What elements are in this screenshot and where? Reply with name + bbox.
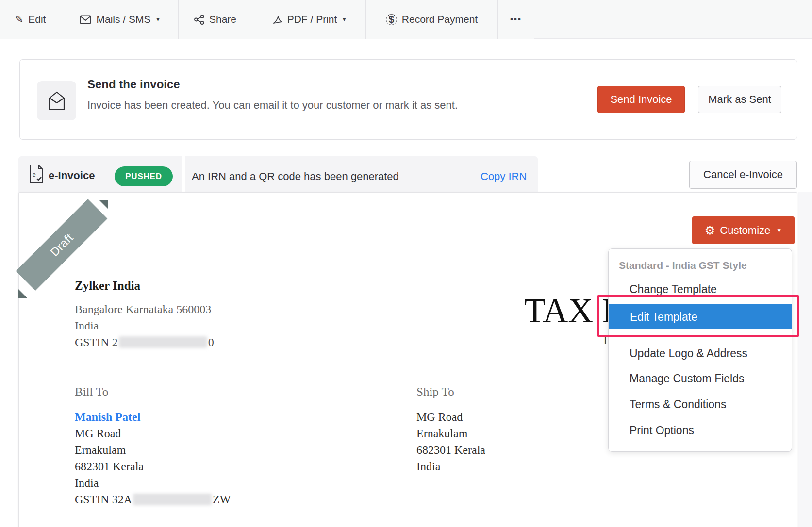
menu-item-update-logo-address[interactable]: Update Logo & Address — [630, 347, 747, 360]
banner-title: Send the invoice — [87, 78, 180, 91]
company-gstin: GSTIN 20 — [75, 334, 214, 350]
template-style-header: Standard - India GST Style — [619, 259, 747, 272]
share-icon — [194, 15, 204, 25]
ship-to-line: MG Road — [416, 409, 485, 425]
bill-to-line: India — [75, 475, 231, 491]
ship-to-address: MG Road Ernakulam 682301 Kerala India — [416, 409, 485, 475]
more-actions-button[interactable]: ••• — [498, 0, 534, 39]
mails-sms-button[interactable]: Mails / SMS ▾ — [61, 0, 179, 39]
menu-item-edit-template[interactable]: Edit Template — [609, 304, 792, 329]
share-button[interactable]: Share — [179, 0, 252, 39]
menu-item-print-options[interactable]: Print Options — [630, 424, 694, 437]
caret-down-icon: ▾ — [343, 16, 346, 23]
pdf-icon — [272, 15, 282, 25]
copy-irn-link[interactable]: Copy IRN — [481, 170, 527, 183]
bill-to-address: MG Road Ernakulam 682301 Kerala India GS… — [75, 425, 231, 508]
invoice-detail-page: ✎ Edit Mails / SMS ▾ Share PDF / Print ▾… — [0, 0, 812, 527]
customize-button-label: Customize — [720, 224, 770, 237]
dollar-circle-icon: $ — [386, 14, 397, 25]
customize-button[interactable]: ⚙ Customize ▼ — [692, 216, 795, 244]
company-address-line: Bangalore Karnataka 560003 — [75, 301, 214, 317]
bill-to-line: Ernakulam — [75, 442, 231, 458]
gear-icon: ⚙ — [705, 225, 715, 236]
company-address-line: India — [75, 317, 214, 334]
einvoice-label: e-Invoice — [49, 169, 95, 182]
caret-down-icon: ▾ — [156, 16, 159, 23]
ellipsis-icon: ••• — [510, 15, 522, 24]
record-payment-button[interactable]: $ Record Payment — [366, 0, 498, 39]
company-address: Bangalore Karnataka 560003 India GSTIN 2… — [75, 301, 214, 350]
ship-to-label: Ship To — [416, 385, 454, 398]
pdf-print-button-label: PDF / Print — [287, 14, 337, 25]
bill-to-line: MG Road — [75, 425, 231, 442]
pdf-print-button[interactable]: PDF / Print ▾ — [252, 0, 366, 39]
svg-text:e: e — [33, 170, 36, 178]
bill-to-line: 682301 Kerala — [75, 458, 231, 475]
page-gutter — [798, 192, 812, 527]
menu-item-terms-conditions[interactable]: Terms & Conditions — [630, 398, 726, 411]
bill-to-gstin: GSTIN 32AZW — [75, 491, 231, 508]
send-invoice-button[interactable]: Send Invoice — [597, 86, 685, 113]
bill-to-label: Bill To — [75, 385, 108, 398]
customer-name-link[interactable]: Manish Patel — [75, 411, 140, 423]
envelope-icon — [80, 15, 91, 24]
pencil-icon: ✎ — [15, 14, 24, 25]
redacted-gstin — [119, 336, 207, 348]
toolbar: ✎ Edit Mails / SMS ▾ Share PDF / Print ▾… — [0, 0, 812, 39]
menu-item-manage-custom-fields[interactable]: Manage Custom Fields — [630, 372, 745, 385]
send-invoice-banner: Send the invoice Invoice has been create… — [19, 59, 797, 140]
einvoice-message: An IRN and a QR code has been generated — [192, 170, 399, 183]
mail-open-icon — [37, 81, 76, 120]
record-payment-button-label: Record Payment — [402, 14, 478, 25]
einvoice-status-badge: PUSHED — [115, 166, 173, 186]
ship-to-line: 682301 Kerala — [416, 442, 485, 458]
mark-as-sent-button[interactable]: Mark as Sent — [698, 86, 781, 113]
mails-sms-button-label: Mails / SMS — [96, 14, 150, 25]
edit-button[interactable]: ✎ Edit — [0, 0, 61, 39]
cancel-einvoice-button[interactable]: Cancel e-Invoice — [689, 161, 797, 189]
edit-button-label: Edit — [28, 14, 46, 25]
menu-item-edit-template-label: Edit Template — [630, 311, 697, 324]
hidden-text-fragment: I — [603, 333, 608, 347]
caret-down-icon: ▼ — [776, 227, 782, 234]
einvoice-doc-icon: e — [29, 164, 44, 183]
banner-message: Invoice has been created. You can email … — [87, 99, 458, 112]
ship-to-line: India — [416, 458, 485, 475]
redacted-gstin — [133, 494, 212, 505]
company-name: Zylker India — [75, 279, 140, 293]
share-button-label: Share — [209, 14, 236, 25]
menu-item-change-template[interactable]: Change Template — [630, 283, 717, 296]
ship-to-line: Ernakulam — [416, 425, 485, 442]
